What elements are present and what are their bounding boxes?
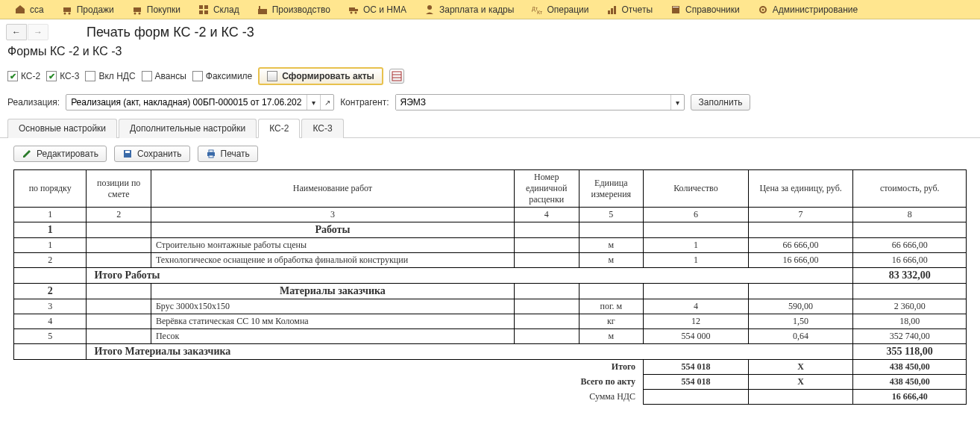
section-works: 1Работы <box>14 222 967 238</box>
page-title: Формы КС -2 и КС -3 <box>0 45 980 64</box>
tab-main-settings[interactable]: Основные настройки <box>7 119 117 138</box>
svg-rect-14 <box>349 7 355 11</box>
menu-kassa-label: сса <box>30 4 44 15</box>
svg-rect-28 <box>392 72 401 81</box>
total-vsego: Всего по акту554 018X438 450,00 <box>14 375 967 390</box>
forward-button[interactable]: → <box>28 24 48 40</box>
sub-toolbar: Редактировать Сохранить Печать <box>0 138 980 169</box>
svg-point-6 <box>134 12 136 14</box>
menu-operations-label: Операции <box>547 4 588 15</box>
th-pos: позиции по смете <box>87 170 151 208</box>
tab-ks3[interactable]: КС-3 <box>301 119 343 138</box>
total-itogo: Итого554 018X438 450,00 <box>14 360 967 375</box>
menu-sales[interactable]: Продажи <box>53 0 123 19</box>
edit-icon <box>22 149 32 159</box>
back-button[interactable]: ← <box>6 24 27 40</box>
label-advances: Авансы <box>155 71 186 81</box>
table-row: 4Верёвка статическая СС 10 мм Коломнакг1… <box>14 314 967 329</box>
print-button[interactable]: Печать <box>198 146 258 162</box>
chart-icon <box>607 4 618 15</box>
menu-operations[interactable]: ДтКтОперации <box>523 0 597 19</box>
label-ks2: КС-2 <box>21 71 40 81</box>
svg-rect-13 <box>259 6 260 9</box>
contr-dropdown-button[interactable]: ▾ <box>670 95 684 110</box>
th-rate: Номер единичной расценки <box>514 170 579 208</box>
table-row: 5Песокм554 0000,64352 740,00 <box>14 329 967 344</box>
menu-kassa[interactable]: сса <box>6 0 53 19</box>
subtotal-materials: Итого Материалы заказчика355 118,00 <box>14 344 967 360</box>
total-nds: Сумма НДС16 666,40 <box>14 390 967 405</box>
option-ks2[interactable]: КС-2 <box>7 71 40 81</box>
menu-salary[interactable]: Зарплата и кадры <box>415 0 523 19</box>
cart-icon <box>62 4 72 15</box>
svg-rect-21 <box>608 10 610 14</box>
menu-warehouse[interactable]: Склад <box>189 0 248 19</box>
menu-sales-label: Продажи <box>77 4 114 15</box>
book-icon <box>670 4 681 15</box>
contr-input[interactable] <box>396 95 670 110</box>
label-ks3: КС-3 <box>60 71 79 81</box>
svg-point-3 <box>63 12 66 14</box>
svg-rect-0 <box>16 9 25 13</box>
checkbox-ks3[interactable] <box>46 71 57 81</box>
label-nds: Вкл НДС <box>98 71 135 81</box>
save-button[interactable]: Сохранить <box>114 146 190 162</box>
person-icon <box>424 4 435 15</box>
menu-production[interactable]: Производство <box>248 0 339 19</box>
print-icon <box>206 149 216 159</box>
svg-rect-5 <box>134 7 141 12</box>
svg-rect-12 <box>258 9 267 14</box>
menu-os-nma[interactable]: ОС и НМА <box>339 0 415 19</box>
table-row: 2Технологическое оснащение и обработка ф… <box>14 253 967 268</box>
tabs: Основные настройки Дополнительные настро… <box>0 118 980 138</box>
menu-reports[interactable]: Отчеты <box>598 0 662 19</box>
realize-input[interactable] <box>66 97 307 108</box>
svg-rect-10 <box>199 10 203 14</box>
fill-label: Заполнить <box>699 97 743 108</box>
truck-icon <box>348 4 359 15</box>
svg-rect-32 <box>125 151 130 153</box>
svg-rect-23 <box>614 6 616 14</box>
svg-point-16 <box>350 11 352 13</box>
option-ks3[interactable]: КС-3 <box>46 71 79 81</box>
realize-dropdown-button[interactable]: ▾ <box>307 95 320 110</box>
sheet-icon <box>267 71 277 81</box>
extra-button[interactable] <box>389 69 404 84</box>
cart2-icon <box>132 4 142 15</box>
factory-icon <box>257 4 268 15</box>
checkbox-nds[interactable] <box>85 71 95 81</box>
svg-rect-34 <box>209 150 213 152</box>
menu-directories[interactable]: Справочники <box>662 0 749 19</box>
contr-label: Контрагент: <box>340 97 389 108</box>
realize-input-wrap: ▾ ↗ <box>66 94 334 110</box>
edit-button[interactable]: Редактировать <box>13 146 107 162</box>
save-icon <box>122 149 133 159</box>
svg-rect-2 <box>63 7 71 12</box>
svg-rect-35 <box>209 155 213 158</box>
menu-admin[interactable]: Администрирование <box>749 0 867 19</box>
tab-ks2[interactable]: КС-2 <box>258 119 300 138</box>
realize-open-button[interactable]: ↗ <box>320 95 333 110</box>
svg-rect-8 <box>199 5 203 9</box>
th-qty: Количество <box>644 170 749 208</box>
svg-rect-15 <box>355 9 358 11</box>
menu-purchases[interactable]: Покупки <box>123 0 189 19</box>
checkbox-advances[interactable] <box>142 71 152 81</box>
option-nds[interactable]: Вкл НДС <box>85 71 135 81</box>
checkbox-ks2[interactable] <box>7 71 18 81</box>
checkbox-facsimile[interactable] <box>192 71 203 81</box>
option-advances[interactable]: Авансы <box>142 71 186 81</box>
svg-point-18 <box>427 5 432 10</box>
svg-text:Кт: Кт <box>537 10 542 15</box>
table-colnum-row: 12345678 <box>14 208 967 222</box>
label-facsimile: Факсимиле <box>206 71 253 81</box>
option-facsimile[interactable]: Факсимиле <box>192 71 253 81</box>
th-price: Цена за единицу, руб. <box>748 170 853 208</box>
options-row: КС-2 КС-3 Вкл НДС Авансы Факсимиле Сформ… <box>0 64 980 91</box>
bank-icon <box>15 4 25 15</box>
form-acts-button[interactable]: Сформировать акты <box>258 67 383 85</box>
ks2-table: по порядку позиции по смете Наименование… <box>13 169 967 405</box>
fill-button[interactable]: Заполнить <box>691 94 751 110</box>
tab-additional-settings[interactable]: Дополнительные настройки <box>119 119 257 138</box>
menu-salary-label: Зарплата и кадры <box>439 4 514 15</box>
